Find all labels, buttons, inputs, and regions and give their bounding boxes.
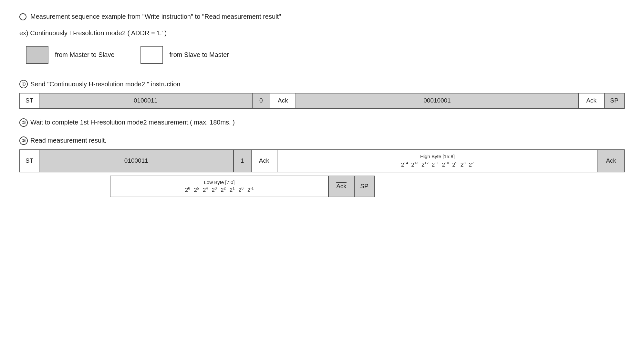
lowbyte-label: Low Byte [7:0] [204,179,234,185]
frame1-rw: 0 [253,93,270,108]
highbyte-label: High Byte [15:8] [420,153,455,160]
legend-label-slave: from Slave to Master [170,51,229,59]
circle-bullet-icon [19,13,26,20]
frame3-addr: 0100011 [39,150,234,172]
frame3-ack-end: Ack [598,150,624,172]
step-3-header: ③ Read measurement result. [19,136,625,145]
step-3-text: Read measurement result. [30,137,107,144]
frame1-ack2: Ack [579,93,605,108]
lowbyte-ack: Ack [329,176,355,197]
frame1-sp: SP [605,93,624,108]
legend-label-master: from Master to Slave [55,51,115,59]
lowbyte-data: Low Byte [7:0] 26 25 24 23 22 21 20 2-1 [110,176,329,197]
step-1-text: Send "Continuously H-resolution mode2 " … [30,81,180,88]
step-2-header: ② Wait to complete 1st H-resolution mode… [19,118,625,127]
legend: from Master to Slave from Slave to Maste… [26,46,625,64]
frame1-addr: 0100011 [39,93,253,108]
frame1-st: ST [20,93,39,108]
highbyte-bits: 214 213 212 211 210 29 28 27 [401,161,474,168]
step-1: ① Send "Continuously H-resolution mode2 … [19,80,625,109]
section-header: Measurement sequence example from "Write… [19,13,625,20]
step-1-frame: ST 0100011 0 Ack 00010001 Ack SP [19,93,625,109]
frame3-rw: 1 [234,150,252,172]
header-title: Measurement sequence example from "Write… [30,13,281,20]
legend-item-master: from Master to Slave [26,46,115,64]
legend-box-slave [140,46,163,64]
frame3-highbyte: High Byte [15:8] 214 213 212 211 210 29 … [277,150,598,172]
legend-box-master [26,46,48,64]
step-1-header: ① Send "Continuously H-resolution mode2 … [19,80,625,88]
frame1-data: 00010001 [296,93,579,108]
step-3-num: ③ [19,136,28,145]
step-2-num: ② [19,118,28,127]
example-label: ex) Continuously H-resolution mode2 ( AD… [19,29,625,37]
lowbyte-sp: SP [355,176,374,197]
step-3-lowbyte-frame: Low Byte [7:0] 26 25 24 23 22 21 20 2-1 … [110,176,375,197]
legend-item-slave: from Slave to Master [140,46,229,64]
step-3-frame: ST 0100011 1 Ack High Byte [15:8] 214 21… [19,149,625,172]
step-3: ③ Read measurement result. ST 0100011 1 … [19,136,625,197]
step-1-num: ① [19,80,28,88]
step-2: ② Wait to complete 1st H-resolution mode… [19,118,625,127]
frame3-st: ST [20,150,39,172]
step-2-text: Wait to complete 1st H-resolution mode2 … [30,119,235,126]
frame3-ack: Ack [252,150,277,172]
frame1-ack1: Ack [270,93,296,108]
lowbyte-bits: 26 25 24 23 22 21 20 2-1 [185,186,254,193]
